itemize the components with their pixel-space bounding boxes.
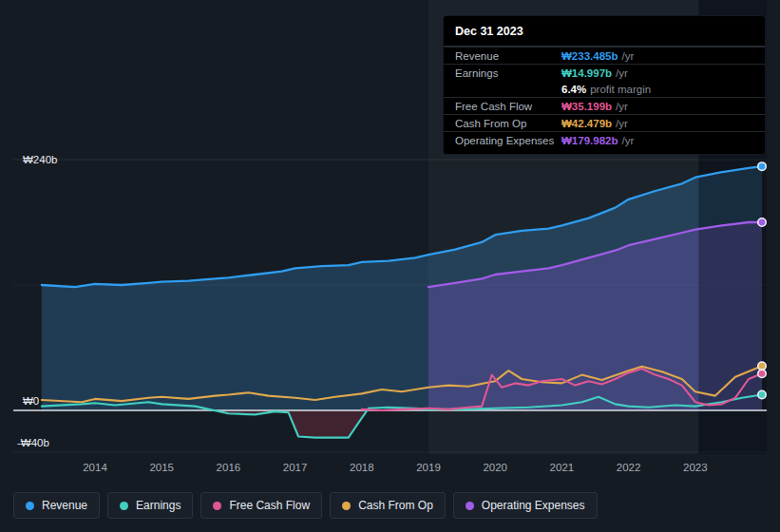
x-tick-label: 2023 <box>683 462 708 473</box>
free-cash-flow-endpoint-marker[interactable] <box>758 370 766 377</box>
tooltip-row-value: 6.4% <box>561 84 586 95</box>
tooltip-row-value: ₩42.479b <box>561 118 612 129</box>
tooltip-row-label: Operating Expenses <box>455 135 561 146</box>
operating-expenses-legend-dot-icon <box>466 502 474 510</box>
free-cash-flow-legend-dot-icon <box>213 502 221 510</box>
y-axis-label: ₩0 <box>23 395 39 407</box>
tooltip-row-label: Free Cash Flow <box>455 101 561 112</box>
revenue-legend-dot-icon <box>26 502 34 510</box>
legend-item-label: Revenue <box>42 499 87 512</box>
legend-item-revenue[interactable]: Revenue <box>13 492 100 519</box>
x-tick-label: 2022 <box>617 462 641 473</box>
tooltip-row-label: Cash From Op <box>455 118 561 129</box>
tooltip-row-suffix: /yr <box>621 135 634 146</box>
x-tick-label: 2015 <box>149 462 174 473</box>
x-tick-label: 2017 <box>283 462 308 473</box>
y-axis-label: ₩240b <box>23 154 57 165</box>
legend-item-label: Free Cash Flow <box>229 499 310 512</box>
earnings-legend-dot-icon <box>120 502 128 510</box>
legend-item-label: Earnings <box>136 499 181 512</box>
tooltip-row-label: Revenue <box>455 50 561 62</box>
y-axis-label: -₩40b <box>17 437 49 448</box>
tooltip-row-label: Earnings <box>455 67 561 79</box>
tooltip-rows: Revenue₩233.485b/yrEarnings₩14.997b/yr6.… <box>444 47 765 148</box>
legend-item-label: Operating Expenses <box>482 499 585 512</box>
legend-item-free-cash-flow[interactable]: Free Cash Flow <box>200 492 322 519</box>
tooltip-row-value: ₩14.997b <box>561 67 612 79</box>
chart-tooltip: Dec 31 2023 Revenue₩233.485b/yrEarnings₩… <box>443 15 766 155</box>
tooltip-row-suffix: /yr <box>616 118 628 129</box>
tooltip-row-revenue: Revenue₩233.485b/yr <box>444 47 765 64</box>
x-tick-label: 2018 <box>350 462 374 473</box>
chart-legend: RevenueEarningsFree Cash FlowCash From O… <box>13 492 598 519</box>
tooltip-row-cash-from-op: Cash From Op₩42.479b/yr <box>444 114 765 131</box>
tooltip-row-value: ₩233.485b <box>561 50 618 62</box>
x-tick-label: 2021 <box>550 462 575 473</box>
tooltip-row-value: ₩35.199b <box>561 101 612 112</box>
legend-item-operating-expenses[interactable]: Operating Expenses <box>453 492 598 519</box>
tooltip-row-earnings: Earnings₩14.997b/yr <box>444 64 765 81</box>
tooltip-row-suffix: /yr <box>616 101 628 112</box>
legend-item-label: Cash From Op <box>358 499 433 512</box>
operating-expenses-endpoint-marker[interactable] <box>758 218 766 226</box>
cash-from-op-endpoint-marker[interactable] <box>758 362 766 370</box>
tooltip-row-operating-expenses: Operating Expenses₩179.982b/yr <box>444 131 765 148</box>
revenue-endpoint-marker[interactable] <box>758 162 766 170</box>
x-tick-label: 2014 <box>83 462 107 473</box>
tooltip-date: Dec 31 2023 <box>444 18 765 47</box>
legend-item-cash-from-op[interactable]: Cash From Op <box>330 492 446 519</box>
x-tick-label: 2016 <box>217 462 241 473</box>
tooltip-row-suffix: /yr <box>621 50 634 62</box>
tooltip-row-suffix: profit margin <box>590 84 651 95</box>
tooltip-row-suffix: /yr <box>616 67 628 79</box>
tooltip-row-free-cash-flow: Free Cash Flow₩35.199b/yr <box>444 97 765 114</box>
legend-item-earnings[interactable]: Earnings <box>107 492 193 519</box>
tooltip-row-profit-margin: 6.4%profit margin <box>444 81 765 97</box>
earnings-endpoint-marker[interactable] <box>758 390 766 398</box>
financial-history-chart-page: 2014201520162017201820192020202120222023… <box>0 0 780 532</box>
x-tick-label: 2020 <box>483 462 507 473</box>
x-tick-label: 2019 <box>416 462 441 473</box>
cash-from-op-legend-dot-icon <box>342 502 351 510</box>
tooltip-row-value: ₩179.982b <box>561 135 618 146</box>
